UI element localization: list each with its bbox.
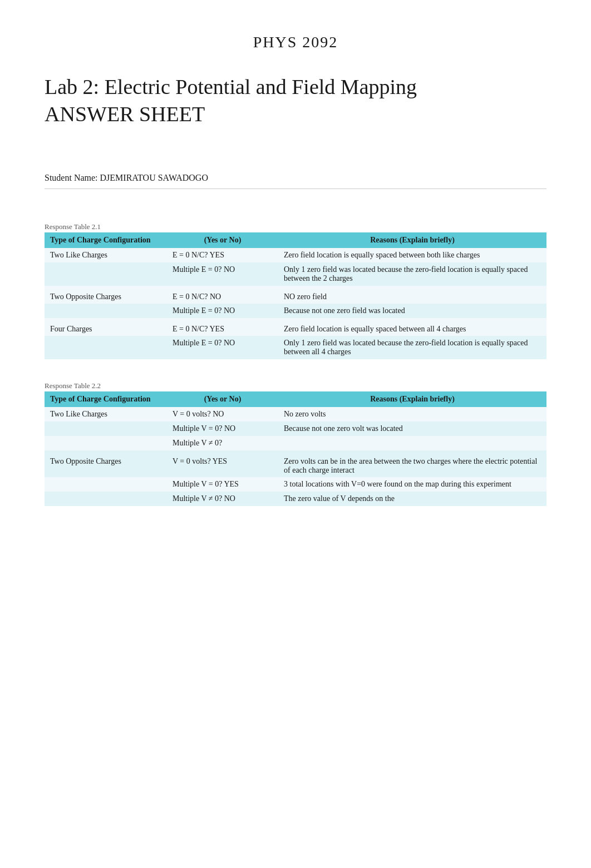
table21-r1-type: [45, 262, 167, 286]
response-table-22: Type of Charge Configuration (Yes or No)…: [45, 391, 546, 506]
table22-r2-type: [45, 436, 167, 450]
table22-r3-reason: Zero volts can be in the area between th…: [278, 450, 546, 477]
table21-r0-type: Two Like Charges: [45, 248, 167, 262]
table22-label: Response Table 2.2: [45, 381, 546, 390]
table22-r4-yesno: Multiple V = 0? YES: [167, 477, 278, 492]
table21-header-row: Type of Charge Configuration (Yes or No)…: [45, 232, 546, 248]
table21-r2-reason: NO zero field: [278, 286, 546, 304]
table21-col3-header: Reasons (Explain briefly): [278, 232, 546, 248]
table-row: Four Charges E = 0 N/C? YES Zero field l…: [45, 318, 546, 336]
table21-label: Response Table 2.1: [45, 222, 546, 231]
table22-r2-reason: [278, 436, 546, 450]
lab-title: Lab 2: Electric Potential and Field Mapp…: [45, 73, 546, 128]
table-row: Multiple V ≠ 0? NO The zero value of V d…: [45, 492, 546, 506]
lab-title-block: Lab 2: Electric Potential and Field Mapp…: [45, 73, 546, 128]
table21-r5-reason: Only 1 zero field was located because th…: [278, 336, 546, 359]
table21-r2-type: Two Opposite Charges: [45, 286, 167, 304]
course-title: PHYS 2092: [45, 33, 546, 51]
table22-r5-type: [45, 492, 167, 506]
table22-r4-type: [45, 477, 167, 492]
table22-r5-reason: The zero value of V depends on the: [278, 492, 546, 506]
table-row: Two Opposite Charges V = 0 volts? YES Ze…: [45, 450, 546, 477]
table22-r1-yesno: Multiple V = 0? NO: [167, 421, 278, 436]
response-table-21: Type of Charge Configuration (Yes or No)…: [45, 232, 546, 359]
table-row: Multiple E = 0? NO Only 1 zero field was…: [45, 336, 546, 359]
table22-header-row: Type of Charge Configuration (Yes or No)…: [45, 391, 546, 407]
table22-r3-yesno: V = 0 volts? YES: [167, 450, 278, 477]
table-row: Multiple V = 0? YES 3 total locations wi…: [45, 477, 546, 492]
table22-r1-type: [45, 421, 167, 436]
table22-r0-type: Two Like Charges: [45, 407, 167, 421]
table21-r5-yesno: Multiple E = 0? NO: [167, 336, 278, 359]
table-row: Two Like Charges V = 0 volts? NO No zero…: [45, 407, 546, 421]
table-row: Two Opposite Charges E = 0 N/C? NO NO ze…: [45, 286, 546, 304]
page-header: PHYS 2092: [45, 33, 546, 51]
table21-col1-header: Type of Charge Configuration: [45, 232, 167, 248]
table22-col1-header: Type of Charge Configuration: [45, 391, 167, 407]
table22-r3-type: Two Opposite Charges: [45, 450, 167, 477]
table22-r2-yesno: Multiple V ≠ 0?: [167, 436, 278, 450]
table21-r3-reason: Because not one zero field was located: [278, 304, 546, 318]
table22-col2-header: (Yes or No): [167, 391, 278, 407]
table21-col2-header: (Yes or No): [167, 232, 278, 248]
table22-r0-yesno: V = 0 volts? NO: [167, 407, 278, 421]
table21-r4-yesno: E = 0 N/C? YES: [167, 318, 278, 336]
table21-r2-yesno: E = 0 N/C? NO: [167, 286, 278, 304]
table21-r3-yesno: Multiple E = 0? NO: [167, 304, 278, 318]
table-row: Two Like Charges E = 0 N/C? YES Zero fie…: [45, 248, 546, 262]
table22-r5-yesno: Multiple V ≠ 0? NO: [167, 492, 278, 506]
table22-r0-reason: No zero volts: [278, 407, 546, 421]
table21-r3-type: [45, 304, 167, 318]
table22-col3-header: Reasons (Explain briefly): [278, 391, 546, 407]
table21-r4-reason: Zero field location is equally spaced be…: [278, 318, 546, 336]
table-row: Multiple E = 0? NO Only 1 zero field was…: [45, 262, 546, 286]
table-row: Multiple V ≠ 0?: [45, 436, 546, 450]
table21-r0-reason: Zero field location is equally spaced be…: [278, 248, 546, 262]
table-row: Multiple V = 0? NO Because not one zero …: [45, 421, 546, 436]
table-row: Multiple E = 0? NO Because not one zero …: [45, 304, 546, 318]
table21-r1-reason: Only 1 zero field was located because th…: [278, 262, 546, 286]
student-name-line: Student Name: DJEMIRATOU SAWADOGO: [45, 173, 546, 189]
table21-r5-type: [45, 336, 167, 359]
table22-r1-reason: Because not one zero volt was located: [278, 421, 546, 436]
table22-r4-reason: 3 total locations with V=0 were found on…: [278, 477, 546, 492]
table21-r0-yesno: E = 0 N/C? YES: [167, 248, 278, 262]
table21-r1-yesno: Multiple E = 0? NO: [167, 262, 278, 286]
table21-r4-type: Four Charges: [45, 318, 167, 336]
